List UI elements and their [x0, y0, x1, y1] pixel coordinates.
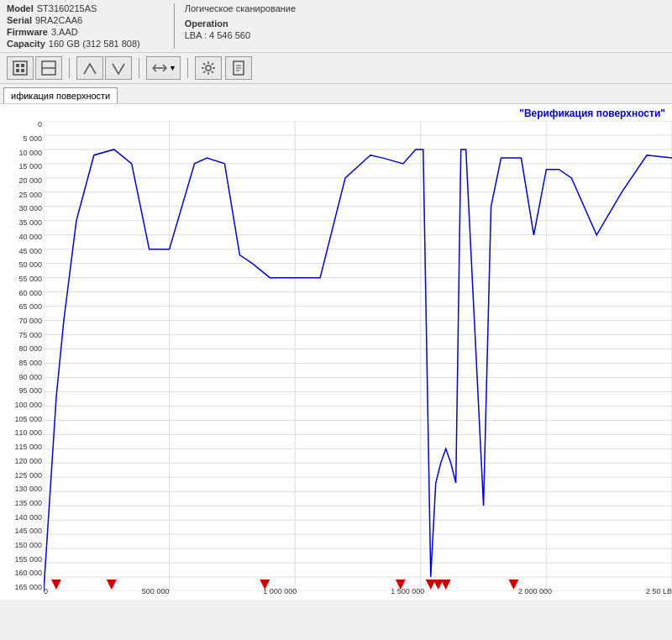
y-axis-label: 5 000: [0, 135, 44, 143]
tab-surface-verification[interactable]: ификация поверхности: [3, 87, 118, 103]
svg-rect-0: [13, 61, 27, 75]
toolbar-sep-1: [69, 58, 70, 78]
y-axis-label: 60 000: [0, 290, 44, 297]
capacity-value: 160 GB (312 581 808): [49, 39, 140, 49]
firmware-label: Firmware: [7, 27, 48, 37]
svg-rect-3: [16, 69, 19, 72]
operation-value: LBA : 4 546 560: [185, 30, 250, 40]
y-axis-label: 10 000: [0, 150, 44, 157]
toolbar-btn-1[interactable]: [7, 56, 34, 80]
y-axis-label: 125 000: [0, 472, 44, 480]
y-axis-label: 35 000: [0, 219, 44, 227]
y-axis-label: 25 000: [0, 191, 44, 199]
toolbar-dropdown[interactable]: ▼: [146, 56, 181, 80]
serial-label: Serial: [7, 15, 32, 25]
toolbar: ▼: [0, 53, 672, 84]
y-axis-label: 40 000: [0, 233, 44, 241]
toolbar-sep-3: [187, 58, 188, 78]
dropdown-arrow: ▼: [169, 64, 176, 72]
svg-rect-1: [16, 64, 19, 67]
y-axis-label: 120 000: [0, 458, 44, 465]
x-label-25m: 2 50 LB: [646, 587, 672, 595]
y-axis-label: 100 000: [0, 401, 44, 409]
y-axis-label: 145 000: [0, 527, 44, 535]
y-axis-label: 0: [0, 121, 44, 129]
firmware-value: 3.AAD: [51, 27, 78, 37]
y-axis-label: 50 000: [0, 261, 44, 269]
x-label-15m: 1 500 000: [391, 587, 424, 595]
y-axis-label: 135 000: [0, 500, 44, 507]
y-axis-label: 20 000: [0, 177, 44, 185]
operation-label: Operation: [185, 18, 228, 29]
y-axis-label: 75 000: [0, 332, 44, 339]
toolbar-btn-2[interactable]: [35, 56, 62, 80]
current-test-value: Логическое сканирование: [185, 3, 296, 13]
svg-point-12: [206, 66, 211, 71]
model-label: Model: [7, 3, 34, 13]
y-axis-label: 165 000: [0, 584, 44, 591]
model-value: ST3160215AS: [37, 3, 97, 13]
y-axis-label: 115 000: [0, 443, 44, 451]
tabs-area: ификация поверхности: [0, 84, 672, 104]
svg-rect-2: [21, 64, 24, 67]
toolbar-btn-report[interactable]: [225, 56, 252, 80]
chart-container: "Верификация поверхности" 165 000160 000…: [0, 104, 672, 600]
y-axis-label: 130 000: [0, 485, 44, 493]
x-label-500k: 500 000: [142, 587, 170, 595]
y-axis-labels: 165 000160 000155 000150 000145 000140 0…: [0, 121, 44, 591]
svg-rect-4: [21, 69, 24, 72]
serial-value: 9RA2CAA6: [35, 15, 82, 25]
y-axis-label: 65 000: [0, 303, 44, 311]
y-axis-label: 80 000: [0, 345, 44, 353]
y-axis-label: 150 000: [0, 542, 44, 549]
x-label-2m: 2 000 000: [518, 587, 552, 595]
x-label-1m: 1 000 000: [263, 587, 297, 595]
y-axis-label: 45 000: [0, 248, 44, 255]
y-axis-label: 140 000: [0, 514, 44, 522]
y-axis-label: 160 000: [0, 569, 44, 577]
y-axis-label: 30 000: [0, 205, 44, 212]
capacity-label: Capacity: [7, 39, 45, 49]
y-axis-label: 95 000: [0, 387, 44, 395]
toolbar-btn-3[interactable]: [76, 56, 103, 80]
y-axis-label: 70 000: [0, 317, 44, 325]
chart-plot: [44, 121, 672, 591]
chart-title: "Верификация поверхности": [519, 108, 665, 119]
y-axis-label: 15 000: [0, 163, 44, 170]
y-axis-label: 105 000: [0, 416, 44, 423]
toolbar-btn-4[interactable]: [105, 56, 132, 80]
toolbar-btn-settings[interactable]: [195, 56, 222, 80]
y-axis-label: 55 000: [0, 275, 44, 283]
y-axis-label: 90 000: [0, 374, 44, 381]
y-axis-label: 85 000: [0, 359, 44, 367]
x-label-0: 0: [44, 587, 48, 595]
y-axis-label: 155 000: [0, 556, 44, 564]
toolbar-sep-2: [139, 58, 139, 78]
y-axis-label: 110 000: [0, 429, 44, 437]
